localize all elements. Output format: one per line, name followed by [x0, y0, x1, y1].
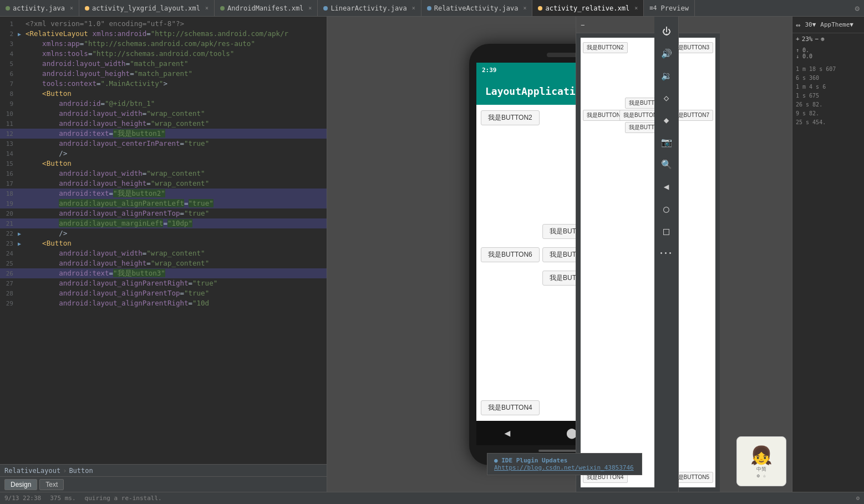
code-line-5: 5 android:layout_width="match_parent" — [0, 59, 327, 69]
diamond-icon[interactable]: ◇ — [657, 88, 677, 108]
diamond-filled-icon[interactable]: ◆ — [657, 110, 677, 130]
tab-dot — [220, 6, 225, 11]
settings-gear-icon[interactable]: ⚙ — [856, 495, 860, 502]
tab-close[interactable]: × — [308, 5, 312, 11]
code-line-4: 4 xmlns:tools="http://schemas.android.co… — [0, 49, 327, 59]
tab-manifest[interactable]: AndroidManifest.xml × — [215, 0, 318, 16]
code-line-11: 11 android:layout_height="wrap_content" — [0, 119, 327, 129]
code-line-23: 23 ▶ <Button — [0, 238, 327, 248]
time-stat-6: 9 s 82. — [796, 109, 861, 118]
tab-activity-java[interactable]: activity.java × — [0, 0, 79, 16]
time-stat-1: 1 m 18 s 607 — [796, 65, 861, 74]
coord-down: ↓ 0.0 — [796, 53, 861, 59]
camera-icon[interactable]: 📷 — [657, 132, 677, 152]
zoom-out-icon[interactable]: − — [815, 35, 819, 43]
plus-icon[interactable]: ⊕ — [821, 35, 825, 43]
code-line-29: 29 android:layout_alignParentRight="10d — [0, 298, 327, 308]
tab-close[interactable]: × — [412, 5, 415, 11]
phone-button-6[interactable]: 我是BUTTON6 — [481, 247, 540, 262]
code-content: 1 <?xml version="1.0" encoding="utf-8"?>… — [0, 17, 327, 464]
status-bar: 9/13 22:38 375 ms. quiring a re-install.… — [0, 492, 864, 504]
code-line-3: 3 xmlns:app="http://schemas.android.com/… — [0, 39, 327, 49]
theme-dropdown[interactable]: AppTheme▼ — [820, 21, 853, 28]
tab-activity-relative-xml[interactable]: activity_relative.xml × — [532, 0, 644, 16]
square-icon[interactable]: □ — [657, 221, 677, 241]
arrows-icon: ⇔ — [796, 21, 800, 29]
right-panel: ⇔ 30▼ AppTheme▼ + 23% − ⊕ ↑ 0. ↓ 0.0 1 m… — [792, 17, 864, 492]
ide-notification: ● IDE Plugin Updates Ahttps://blog.csdn.… — [487, 453, 642, 475]
code-line-15: 15 <Button — [0, 159, 327, 169]
code-line-9: 9 android:id="@+id/btn_1" — [0, 99, 327, 109]
tab-bar: activity.java × activity_lyxgrid_layout.… — [0, 0, 864, 17]
code-line-21: 21 android:layout_marginLeft="10dp" — [0, 218, 327, 228]
tab-close[interactable]: × — [70, 5, 73, 11]
nav-back-icon[interactable]: ◀ — [504, 427, 510, 439]
ide-notif-link[interactable]: Ahttps://blog.csdn.net/weixin_43853746 — [494, 464, 634, 471]
code-line-14: 14 /> — [0, 149, 327, 159]
zoom-icon[interactable]: 🔍 — [657, 154, 677, 174]
anime-character-overlay: 👧 中简 ⚙ ☆ — [736, 436, 786, 486]
back-icon[interactable]: ◀ — [657, 176, 677, 196]
circle-icon[interactable]: ○ — [657, 198, 677, 218]
time-stat-2: 6 s 360 — [796, 74, 861, 83]
code-line-25: 25 android:layout_height="wrap_content" — [0, 258, 327, 268]
app-title: LayoutApplication — [485, 85, 587, 97]
tab-close[interactable]: × — [205, 5, 209, 11]
time-stat-4: 1 s 675 — [796, 91, 861, 100]
phone-button-2[interactable]: 我是BUTTON2 — [481, 110, 540, 125]
coord-display: ↑ 0. ↓ 0.0 — [792, 45, 864, 62]
side-toolbar: ⏻ 🔊 🔉 ◇ ◆ 📷 🔍 ◀ ○ □ ••• — [654, 17, 679, 492]
status-time: 2:39 — [482, 67, 497, 74]
power-icon[interactable]: ⏻ — [657, 21, 677, 41]
tab-dot-orange — [538, 6, 542, 11]
design-button[interactable]: Design — [4, 479, 37, 490]
code-line-17: 17 android:layout_height="wrap_content" — [0, 179, 327, 189]
code-line-10: 10 android:layout_width="wrap_content" — [0, 109, 327, 119]
code-line-2: 2 ▶ <RelativeLayout xmlns:android="http:… — [0, 29, 327, 39]
time-stat-5: 26 s 82. — [796, 100, 861, 109]
zoom-dropdown[interactable]: 30▼ — [805, 21, 816, 28]
status-message-1: 375 ms. — [50, 495, 75, 502]
volume-up-icon[interactable]: 🔊 — [657, 43, 677, 63]
time-stats: 1 m 18 s 607 6 s 360 1 m 4 s 6 1 s 675 2… — [792, 62, 864, 130]
code-line-16: 16 android:layout_width="wrap_content" — [0, 169, 327, 179]
zoom-percent: 23% — [802, 35, 813, 43]
code-line-26: 26 android:text="我是button3" — [0, 268, 327, 278]
volume-down-icon[interactable]: 🔉 — [657, 65, 677, 85]
tab-dot-blue — [427, 6, 431, 11]
main-area: 1 <?xml version="1.0" encoding="utf-8"?>… — [0, 17, 864, 492]
more-icon[interactable]: ••• — [657, 243, 677, 263]
code-line-24: 24 android:layout_width="wrap_content" — [0, 248, 327, 258]
preview-collapse-icon[interactable]: − — [581, 21, 585, 29]
tab-dot — [6, 6, 10, 11]
preview-header: − — [576, 17, 720, 33]
tab-linear-activity[interactable]: LinearActivity.java × — [318, 0, 421, 16]
code-editor: 1 <?xml version="1.0" encoding="utf-8"?>… — [0, 17, 327, 492]
phone-button-4[interactable]: 我是BUTTON4 — [481, 400, 540, 415]
code-line-1: 1 <?xml version="1.0" encoding="utf-8"?> — [0, 19, 327, 29]
tab-preview[interactable]: ≡4 Preview — [644, 0, 695, 16]
time-stat-7: 25 s 454. — [796, 118, 861, 127]
tab-close[interactable]: × — [634, 5, 638, 11]
code-line-8: 8 <Button — [0, 89, 327, 99]
tab-close[interactable]: × — [523, 5, 526, 11]
text-button[interactable]: Text — [39, 479, 64, 490]
time-stat-3: 1 m 4 s 6 — [796, 83, 861, 91]
settings-icon[interactable]: ⚙ — [851, 4, 864, 13]
code-line-13: 13 android:layout_centerInParent="true" — [0, 139, 327, 149]
tab-lyxgrid[interactable]: activity_lyxgrid_layout.xml × — [79, 0, 215, 16]
emulator-area: ⏻ 🔊 🔉 ◇ ◆ 📷 🔍 ◀ ○ □ ••• 2:39 ⚙ ◎ — [327, 17, 792, 492]
code-line-12: 12 android:text="我是button1" — [0, 129, 327, 139]
code-line-6: 6 android:layout_height="match_parent" — [0, 69, 327, 79]
zoom-bar: + 23% − ⊕ — [792, 33, 864, 45]
code-line-20: 20 android:layout_alignParentTop="true" — [0, 208, 327, 218]
tab-dot-blue — [323, 6, 328, 11]
status-message-2: quiring a re-install. — [85, 495, 162, 502]
tab-relative-activity[interactable]: RelativeActivity.java × — [421, 0, 533, 16]
breadcrumb-item-button[interactable]: Button — [69, 467, 93, 475]
code-line-19: 19 android:layout_alignParentLeft="true" — [0, 198, 327, 208]
ide-notif-title: ● IDE Plugin Updates — [494, 457, 567, 464]
breadcrumb-item-relative-layout[interactable]: RelativeLayout — [4, 467, 60, 475]
zoom-in-icon[interactable]: + — [796, 35, 800, 43]
tab-dot-orange — [85, 6, 89, 11]
